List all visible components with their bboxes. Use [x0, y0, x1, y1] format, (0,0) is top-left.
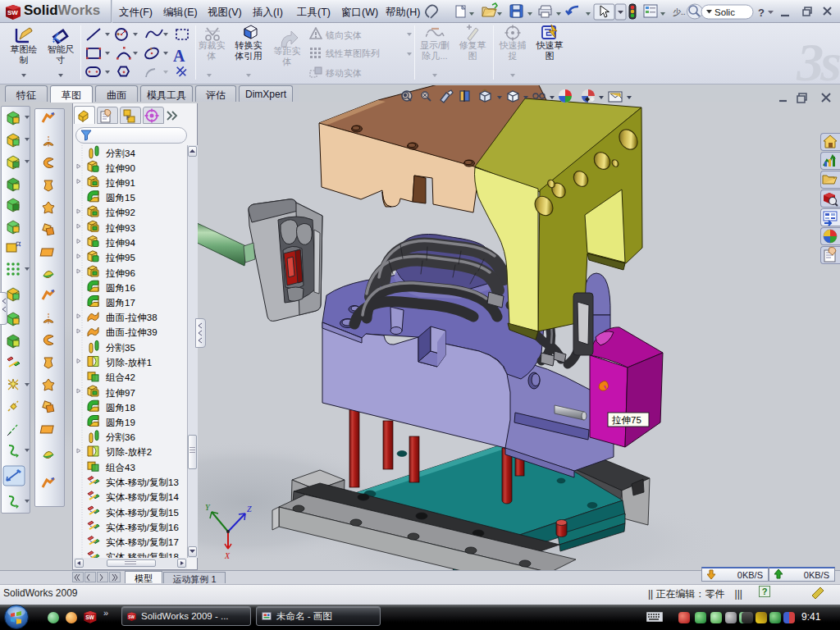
svg-text:SW: SW: [7, 9, 18, 16]
svg-text:X: X: [224, 551, 231, 560]
svg-text:Z: Z: [247, 504, 252, 514]
svg-text:SW: SW: [85, 614, 94, 620]
svg-text:Solic: Solic: [714, 7, 735, 17]
svg-text:SW: SW: [128, 614, 135, 619]
svg-text:?: ?: [758, 7, 765, 19]
svg-text:少..: 少..: [673, 7, 686, 16]
svg-text:拉伸75: 拉伸75: [611, 415, 641, 425]
svg-text:A: A: [173, 47, 185, 65]
